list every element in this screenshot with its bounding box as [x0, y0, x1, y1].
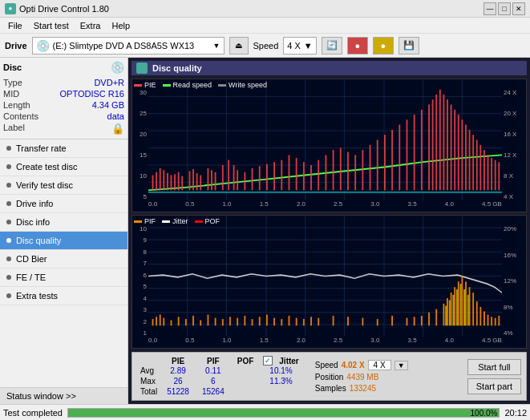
speed-label-display: Speed	[315, 361, 338, 370]
sidebar-item-cd-bier[interactable]: CD Bier	[0, 250, 127, 269]
jitter-checkbox[interactable]: ✓	[263, 356, 273, 365]
svg-rect-65	[451, 104, 452, 190]
yellow-button[interactable]: ●	[373, 37, 394, 55]
drive-label: Drive	[5, 41, 27, 50]
minimize-button[interactable]: —	[483, 2, 496, 15]
svg-rect-149	[449, 301, 451, 326]
x2-2.5: 2.5	[334, 337, 342, 348]
status-window-button[interactable]: Status window >>	[0, 387, 127, 404]
svg-rect-99	[160, 315, 161, 326]
y1r-label-8x: 8 X	[504, 172, 526, 180]
svg-rect-64	[447, 99, 448, 190]
drive-text: (E:) Slimtype DVD A DS8A5S WX13	[53, 41, 195, 50]
x2-4.5gb: 4.5 GB	[482, 337, 502, 348]
svg-rect-127	[407, 318, 408, 326]
red-button[interactable]: ●	[347, 37, 368, 55]
sidebar-item-disc-info[interactable]: Disc info	[0, 213, 127, 232]
save-button[interactable]: 💾	[399, 37, 419, 55]
svg-rect-75	[488, 155, 489, 190]
svg-rect-22	[181, 176, 183, 191]
maximize-button[interactable]: □	[498, 2, 511, 15]
mid-value: OPTODISC R16	[60, 89, 125, 99]
y1-label-10: 10	[132, 172, 147, 180]
svg-rect-56	[407, 119, 408, 190]
x2-2.0: 2.0	[297, 337, 305, 348]
chart-2: PIF Jitter POF	[131, 215, 527, 349]
x1-4.0: 4.0	[445, 200, 454, 212]
legend-read-speed: Read speed	[163, 81, 212, 89]
speed-dropdown-arrow: ▼	[304, 41, 313, 50]
sidebar-item-verify-test-disc[interactable]: Verify test disc	[0, 176, 127, 195]
start-part-button[interactable]: Start part	[467, 378, 521, 394]
nav-label-disc-quality: Disc quality	[16, 236, 61, 245]
svg-rect-45	[326, 155, 327, 190]
svg-rect-133	[447, 298, 448, 325]
charts-container: PIE Read speed Write speed	[131, 79, 527, 349]
title-bar: ● Opti Drive Control 1.80 — □ ✕	[0, 0, 530, 18]
menu-file[interactable]: File	[3, 20, 27, 31]
progress-text: 100.0%	[471, 409, 498, 418]
pif-avg: 0.11	[196, 365, 231, 376]
y1r-label-24x: 24 X	[504, 89, 526, 96]
svg-rect-100	[163, 318, 164, 326]
svg-rect-130	[428, 313, 430, 325]
svg-rect-32	[233, 165, 235, 190]
y1-label-25: 25	[132, 110, 147, 117]
refresh-button[interactable]: 🔄	[322, 37, 342, 55]
type-label: Type	[3, 78, 22, 87]
drive-selector[interactable]: 💿 (E:) Slimtype DVD A DS8A5S WX13 ▼	[32, 37, 225, 55]
disc-panel: Disc 💿 Type DVD+R MID OPTODISC R16 Lengt…	[0, 58, 127, 139]
svg-rect-34	[244, 172, 245, 191]
svg-rect-114	[266, 315, 268, 326]
start-full-button[interactable]: Start full	[467, 359, 521, 375]
menu-extra[interactable]: Extra	[75, 20, 106, 31]
col-header-pof: POF	[231, 356, 261, 365]
chart-1-svg	[148, 79, 502, 200]
svg-rect-57	[414, 115, 415, 190]
svg-rect-131	[435, 309, 437, 326]
svg-rect-143	[483, 311, 485, 325]
svg-rect-53	[384, 135, 386, 190]
jitter-checkbox-cell[interactable]: ✓	[260, 356, 276, 365]
svg-rect-67	[458, 115, 459, 190]
sidebar-item-disc-quality[interactable]: Disc quality	[0, 232, 127, 250]
speed-dropdown-small[interactable]: ▼	[394, 361, 408, 370]
y2-label-2: 2	[132, 318, 147, 325]
sidebar-item-transfer-rate[interactable]: Transfer rate	[0, 139, 127, 158]
svg-rect-43	[310, 165, 312, 190]
svg-rect-128	[414, 317, 415, 325]
action-buttons: Start full Start part	[467, 359, 521, 394]
menu-help[interactable]: Help	[107, 20, 135, 31]
x1-1.5: 1.5	[260, 200, 269, 212]
drive-disk-icon: 💿	[36, 39, 50, 52]
legend-write-speed: Write speed	[218, 81, 267, 89]
sidebar-item-fe-te[interactable]: FE / TE	[0, 269, 127, 287]
svg-rect-33	[237, 170, 238, 190]
sidebar-item-drive-info[interactable]: Drive info	[0, 195, 127, 213]
x1-2.5: 2.5	[334, 200, 342, 212]
menu-bar: File Start test Extra Help	[0, 18, 530, 34]
progress-bar-container: 100.0%	[67, 408, 500, 418]
svg-rect-52	[377, 140, 378, 191]
legend-write-color	[218, 84, 226, 87]
svg-rect-69	[465, 125, 467, 191]
y1r-label-20x: 20 X	[504, 110, 526, 117]
label-label: Label	[3, 123, 25, 135]
close-button[interactable]: ✕	[512, 2, 525, 15]
menu-start-test[interactable]: Start test	[29, 20, 74, 31]
nav-label-transfer-rate: Transfer rate	[16, 143, 67, 153]
sidebar-item-extra-tests[interactable]: Extra tests	[0, 287, 127, 305]
label-icon[interactable]: 🔒	[111, 123, 124, 135]
y2r-label-16: 16%	[504, 252, 526, 259]
x2-3.5: 3.5	[408, 337, 417, 348]
eject-button[interactable]: ⏏	[229, 37, 249, 55]
x1-3.0: 3.0	[370, 200, 379, 212]
status-text: Test completed	[3, 408, 63, 418]
svg-rect-20	[174, 174, 176, 190]
nav-label-fe-te: FE / TE	[16, 273, 46, 282]
y1-label-20: 20	[132, 131, 147, 138]
sidebar-item-create-test-disc[interactable]: Create test disc	[0, 158, 127, 176]
y2-label-5: 5	[132, 283, 147, 290]
speed-unit-display: 4 X	[368, 360, 391, 370]
speed-selector[interactable]: 4 X ▼	[283, 37, 316, 55]
